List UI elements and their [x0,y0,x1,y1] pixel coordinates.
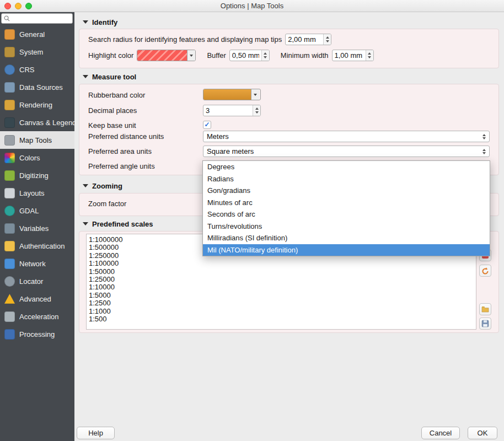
sidebar: General System CRS Data Sources Renderin… [0,12,74,441]
buffer-input[interactable] [230,50,261,61]
angle-option[interactable]: Seconds of arc [203,208,490,220]
help-button[interactable]: Help [77,427,115,439]
scale-list-item[interactable]: 1:1000 [89,308,476,315]
highlight-color-button[interactable] [137,50,196,61]
measure-header-label: Measure tool [92,73,136,81]
restore-default-scales-button[interactable] [479,265,491,277]
angle-option[interactable]: Milliradians (SI definition) [203,232,490,244]
sidebar-item[interactable]: CRS [0,61,74,78]
content-panel: Identify Measure tool Zooming Predefined… [74,12,504,441]
sidebar-item[interactable]: Locator [0,272,74,290]
combo-arrows-icon [482,149,486,154]
scale-list-item[interactable]: 1:50000 [89,268,476,276]
zoom-factor-label: Zoom factor [88,200,126,208]
sidebar-item[interactable]: Processing [0,325,74,343]
angle-option[interactable]: Radians [203,173,490,185]
sidebar-item-label: GDAL [19,207,39,215]
sidebar-item[interactable]: Acceleration [0,308,74,325]
sidebar-item-label: System [19,48,43,56]
sidebar-item[interactable]: Network [0,255,74,272]
min-width-input[interactable] [333,50,366,61]
sidebar-item[interactable]: Digitizing [0,166,74,184]
scale-list-item[interactable]: 1:2500 [89,299,476,307]
search-input[interactable] [12,15,70,23]
lock-icon [4,241,15,251]
sidebar-item[interactable]: Colors [0,149,74,166]
sidebar-item-label: Map Tools [19,136,52,144]
color-dropdown-arrow-icon[interactable] [251,89,259,100]
ok-button[interactable]: OK [468,427,497,439]
angle-option[interactable]: Mil (NATO/military definition) [203,244,490,256]
sidebar-item[interactable]: Layouts [0,184,74,202]
save-icon [481,320,489,327]
area-units-combobox[interactable]: Square meters [203,146,490,157]
sidebar-item[interactable]: Advanced [0,290,74,308]
scale-list-item[interactable]: 1:10000 [89,283,476,291]
stepper-arrows-icon[interactable] [253,105,260,116]
paintbrush-icon [4,100,15,110]
titlebar: Options | Map Tools [0,0,504,12]
sidebar-item[interactable]: GDAL [0,202,74,219]
identify-section-header[interactable]: Identify [83,18,117,26]
rubberband-color-button[interactable] [203,89,261,100]
search-radius-input[interactable] [286,34,323,45]
magnifier-icon [4,276,15,287]
sidebar-item[interactable]: System [0,43,74,61]
min-width-spinbox[interactable] [332,50,374,61]
collapse-arrow-icon [83,75,88,78]
angle-option[interactable]: Minutes of arc [203,197,490,209]
collapse-arrow-icon [83,184,88,187]
sidebar-item[interactable]: Data Sources [0,78,74,96]
sidebar-item[interactable]: Authentication [0,237,74,255]
sidebar-item[interactable]: Rendering [0,96,74,114]
area-units-label: Preferred area units [88,147,152,156]
sidebar-item[interactable]: Map Tools [0,131,74,149]
angle-option[interactable]: Turns/revolutions [203,220,490,233]
sidebar-item[interactable]: Canvas & Legend [0,114,74,131]
color-dropdown-arrow-icon[interactable] [187,50,195,61]
decimal-places-spinbox[interactable] [203,105,261,116]
window-title: Options | Map Tools [0,2,504,10]
collapse-arrow-icon [83,222,88,225]
sidebar-item-label: Digitizing [19,171,49,180]
rubberband-color-label: Rubberband color [88,91,145,100]
sidebar-search[interactable] [1,13,73,24]
search-radius-spinbox[interactable] [285,34,331,45]
cancel-button[interactable]: Cancel [421,427,460,439]
gdal-icon [4,206,15,216]
sidebar-item-label: Advanced [19,295,51,303]
zooming-section-header[interactable]: Zooming [83,181,122,190]
search-icon [4,15,10,21]
scale-list-item[interactable]: 1:25000 [89,276,476,283]
scale-list-item[interactable]: 1:500 [89,315,476,323]
angle-option[interactable]: Degrees [203,161,490,173]
sidebar-item[interactable]: General [0,25,74,43]
search-radius-row: Search radius for identifying features a… [88,34,331,45]
distance-units-combobox[interactable]: Meters [203,131,490,142]
sidebar-item-label: CRS [19,66,34,74]
network-icon [4,259,15,269]
import-scales-button[interactable] [479,303,491,315]
scale-list-item[interactable]: 1:5000 [89,292,476,299]
highlight-color-label: Highlight color [88,51,133,60]
stepper-arrows-icon[interactable] [323,34,331,45]
gears-icon [4,47,15,57]
measure-section-header[interactable]: Measure tool [83,72,136,81]
buffer-spinbox[interactable] [229,50,270,61]
keep-base-unit-checkbox[interactable]: ✓ [203,121,211,129]
stepper-arrows-icon[interactable] [261,50,269,61]
sidebar-items: General System CRS Data Sources Renderin… [0,25,74,343]
table-icon [4,82,15,93]
sidebar-item[interactable]: Variables [0,219,74,237]
angle-option[interactable]: Gon/gradians [203,185,490,197]
keep-base-unit-label: Keep base unit [88,121,136,130]
scales-section-header[interactable]: Predefined scales [83,219,153,228]
sidebar-item-label: Data Sources [19,83,63,92]
scale-list-item[interactable]: 1:100000 [89,260,476,267]
min-width-label: Minimum width [281,51,329,60]
folder-icon [481,305,489,313]
stepper-arrows-icon[interactable] [366,50,373,61]
sidebar-item-label: Rendering [19,101,52,109]
decimal-places-input[interactable] [203,105,253,116]
export-scales-button[interactable] [479,318,491,330]
